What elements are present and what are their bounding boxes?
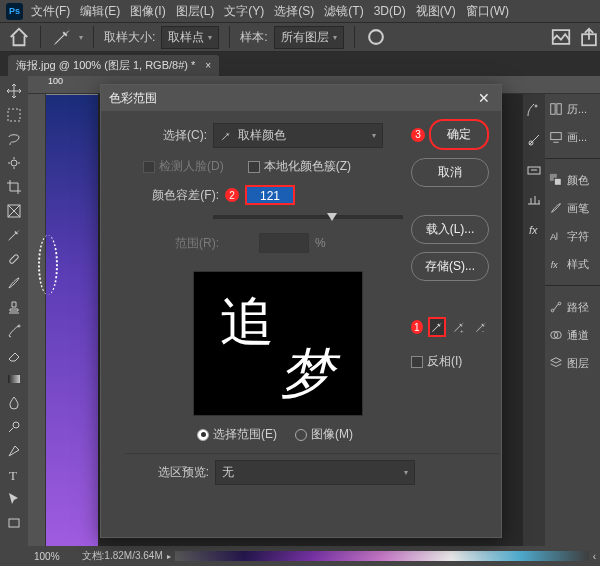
slider-thumb[interactable] bbox=[327, 213, 337, 221]
document-tab[interactable]: 海报.jpg @ 100% (图层 1, RGB/8#) * × bbox=[8, 55, 219, 76]
ruler-vertical bbox=[28, 94, 46, 546]
document-tabbar: 海报.jpg @ 100% (图层 1, RGB/8#) * × bbox=[0, 52, 600, 76]
close-icon[interactable]: ✕ bbox=[475, 89, 493, 107]
menu-window[interactable]: 窗口(W) bbox=[466, 3, 509, 20]
menu-filter[interactable]: 滤镜(T) bbox=[324, 3, 363, 20]
eyedropper-tool[interactable] bbox=[3, 224, 25, 246]
share-icon[interactable] bbox=[578, 26, 600, 48]
fuzziness-label: 颜色容差(F): bbox=[137, 187, 219, 204]
svg-point-4 bbox=[11, 160, 17, 166]
localized-label: 本地化颜色簇(Z) bbox=[264, 158, 351, 175]
eyedropper-subtract[interactable]: - bbox=[472, 317, 489, 337]
radio-image[interactable] bbox=[295, 429, 307, 441]
canvas[interactable] bbox=[46, 94, 98, 546]
thumbnail-icon[interactable] bbox=[550, 26, 572, 48]
history-brush-tool[interactable] bbox=[3, 320, 25, 342]
color-range-dialog: 色彩范围 ✕ 选择(C): 取样颜色 ▾ 检测人脸(D) 本地化颜色簇(Z) 颜… bbox=[100, 84, 502, 538]
svg-rect-16 bbox=[551, 104, 555, 115]
panel-icon-1[interactable] bbox=[526, 102, 542, 118]
detect-faces-label: 检测人脸(D) bbox=[159, 158, 224, 175]
menu-file[interactable]: 文件(F) bbox=[31, 3, 70, 20]
panel-canvas[interactable]: 画... bbox=[545, 126, 600, 148]
menu-layer[interactable]: 图层(L) bbox=[176, 3, 215, 20]
rectangle-tool[interactable] bbox=[3, 512, 25, 534]
sample-ring-icon[interactable] bbox=[365, 26, 387, 48]
path-select-tool[interactable] bbox=[3, 488, 25, 510]
eyedropper-add[interactable]: + bbox=[451, 317, 468, 337]
select-dropdown[interactable]: 取样颜色 ▾ bbox=[213, 123, 383, 148]
gradient-tool[interactable] bbox=[3, 368, 25, 390]
panel-icon-2[interactable] bbox=[526, 132, 542, 148]
sample-label: 样本: bbox=[240, 29, 267, 46]
panel-icon-4[interactable] bbox=[526, 192, 542, 208]
type-tool[interactable]: T bbox=[3, 464, 25, 486]
svg-point-9 bbox=[13, 422, 19, 428]
stamp-tool[interactable] bbox=[3, 296, 25, 318]
panel-layers[interactable]: 图层 bbox=[545, 352, 600, 374]
sample-size-dropdown[interactable]: 取样点▾ bbox=[161, 26, 219, 49]
gradient-preview bbox=[175, 551, 589, 561]
panel-icon-5[interactable]: fx bbox=[526, 222, 542, 238]
panel-style[interactable]: fx样式 bbox=[545, 253, 600, 275]
brush-tool[interactable] bbox=[3, 272, 25, 294]
menu-edit[interactable]: 编辑(E) bbox=[80, 3, 120, 20]
menu-view[interactable]: 视图(V) bbox=[416, 3, 456, 20]
dialog-title: 色彩范围 bbox=[109, 90, 157, 107]
radio-image-label: 图像(M) bbox=[311, 426, 353, 443]
svg-rect-11 bbox=[9, 519, 19, 527]
panel-icon-3[interactable] bbox=[526, 162, 542, 178]
svg-text:T: T bbox=[9, 468, 17, 483]
dodge-tool[interactable] bbox=[3, 416, 25, 438]
panel-color[interactable]: 颜色 bbox=[545, 169, 600, 191]
lasso-tool[interactable] bbox=[3, 128, 25, 150]
quick-select-tool[interactable] bbox=[3, 152, 25, 174]
svg-text:fx: fx bbox=[551, 260, 558, 270]
svg-rect-6 bbox=[9, 254, 19, 264]
svg-rect-8 bbox=[8, 375, 20, 383]
radio-selection-label: 选择范围(E) bbox=[213, 426, 277, 443]
svg-rect-17 bbox=[557, 104, 561, 115]
svg-point-12 bbox=[535, 105, 537, 107]
save-button[interactable]: 存储(S)... bbox=[411, 252, 489, 281]
marquee-tool[interactable] bbox=[3, 104, 25, 126]
localized-checkbox[interactable] bbox=[248, 161, 260, 173]
eyedropper-icon bbox=[220, 130, 232, 142]
eraser-tool[interactable] bbox=[3, 344, 25, 366]
eyedropper-tool-icon[interactable] bbox=[51, 26, 73, 48]
panel-brush[interactable]: 画笔 bbox=[545, 197, 600, 219]
preview-dropdown[interactable]: 无 ▾ bbox=[215, 460, 415, 485]
panel-path[interactable]: 路径 bbox=[545, 296, 600, 318]
eyedropper-sample[interactable] bbox=[428, 317, 446, 337]
crop-tool[interactable] bbox=[3, 176, 25, 198]
panel-channel[interactable]: 通道 bbox=[545, 324, 600, 346]
chevron-left-icon[interactable]: ‹ bbox=[593, 551, 596, 562]
menu-type[interactable]: 文字(Y) bbox=[224, 3, 264, 20]
load-button[interactable]: 载入(L)... bbox=[411, 215, 489, 244]
right-panel: fx 历... 画... 颜色 画笔 A字符 fx样式 路径 通道 图层 bbox=[522, 94, 600, 546]
ok-button[interactable]: 确定 bbox=[429, 119, 489, 150]
svg-rect-3 bbox=[8, 109, 20, 121]
panel-character[interactable]: A字符 bbox=[545, 225, 600, 247]
sample-size-label: 取样大小: bbox=[104, 29, 155, 46]
home-icon[interactable] bbox=[8, 26, 30, 48]
cancel-button[interactable]: 取消 bbox=[411, 158, 489, 187]
invert-label: 反相(I) bbox=[427, 353, 462, 370]
svg-text:A: A bbox=[550, 231, 557, 242]
frame-tool[interactable] bbox=[3, 200, 25, 222]
radio-selection[interactable] bbox=[197, 429, 209, 441]
sample-dropdown[interactable]: 所有图层▾ bbox=[274, 26, 344, 49]
svg-text:+: + bbox=[460, 327, 464, 334]
move-tool[interactable] bbox=[3, 80, 25, 102]
invert-checkbox[interactable] bbox=[411, 356, 423, 368]
pen-tool[interactable] bbox=[3, 440, 25, 462]
fuzziness-input[interactable]: 121 bbox=[245, 185, 295, 205]
fuzziness-slider[interactable] bbox=[213, 215, 403, 219]
status-bar: 100% 文档:1.82M/3.64M ▸ ‹ bbox=[28, 546, 600, 566]
menu-select[interactable]: 选择(S) bbox=[274, 3, 314, 20]
healing-tool[interactable] bbox=[3, 248, 25, 270]
panel-history[interactable]: 历... bbox=[545, 98, 600, 120]
dialog-titlebar[interactable]: 色彩范围 ✕ bbox=[101, 85, 501, 111]
menu-image[interactable]: 图像(I) bbox=[130, 3, 165, 20]
blur-tool[interactable] bbox=[3, 392, 25, 414]
menu-3d[interactable]: 3D(D) bbox=[374, 4, 406, 18]
